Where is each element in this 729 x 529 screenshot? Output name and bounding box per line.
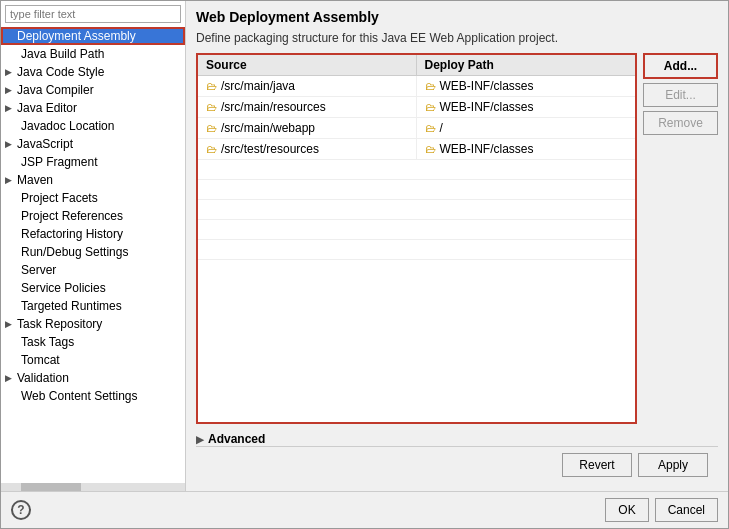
folder-icon: 🗁	[206, 101, 217, 113]
source-cell: 🗁 /src/main/webapp	[198, 118, 417, 138]
sidebar-item-jsp-fragment[interactable]: JSP Fragment	[1, 153, 185, 171]
sidebar-item-project-facets[interactable]: Project Facets	[1, 189, 185, 207]
sidebar-item-tomcat[interactable]: Tomcat	[1, 351, 185, 369]
sidebar-item-label: Targeted Runtimes	[21, 299, 122, 313]
sidebar-item-label: Service Policies	[21, 281, 106, 295]
sidebar-item-label: Validation	[17, 371, 69, 385]
folder-icon: 🗁	[206, 122, 217, 134]
expand-icon: ▶	[5, 175, 15, 185]
table-body: 🗁 /src/main/java 🗁 WEB-INF/classes 🗁	[198, 76, 635, 422]
sidebar-item-label: Deployment Assembly	[17, 29, 136, 43]
source-column-header: Source	[198, 55, 417, 75]
right-buttons: Add... Edit... Remove	[643, 53, 718, 424]
sidebar-item-label: JavaScript	[17, 137, 73, 151]
sidebar-item-label: Java Compiler	[17, 83, 94, 97]
deploy-path-value: WEB-INF/classes	[440, 100, 534, 114]
deploy-path-cell: 🗁 WEB-INF/classes	[417, 97, 636, 117]
expand-icon: ▶	[5, 67, 15, 77]
ok-button[interactable]: OK	[605, 498, 648, 522]
folder-icon: 🗁	[425, 80, 436, 92]
revert-button[interactable]: Revert	[562, 453, 632, 477]
footer: ? OK Cancel	[1, 491, 728, 528]
deploy-path-value: /	[440, 121, 443, 135]
apply-button[interactable]: Apply	[638, 453, 708, 477]
sidebar-item-label: Server	[21, 263, 56, 277]
deployment-table: Source Deploy Path 🗁 /src/main/java 🗁 WE…	[196, 53, 637, 424]
sidebar-item-label: Web Content Settings	[21, 389, 138, 403]
sidebar-item-project-references[interactable]: Project References	[1, 207, 185, 225]
sidebar-item-label: Maven	[17, 173, 53, 187]
sidebar-item-java-compiler[interactable]: ▶ Java Compiler	[1, 81, 185, 99]
source-cell: 🗁 /src/test/resources	[198, 139, 417, 159]
sidebar-item-label: Java Build Path	[21, 47, 104, 61]
deploy-path-value: WEB-INF/classes	[440, 79, 534, 93]
table-row-empty	[198, 180, 635, 200]
sidebar-item-label: Task Repository	[17, 317, 102, 331]
source-value: /src/main/resources	[221, 100, 326, 114]
help-button[interactable]: ?	[11, 500, 31, 520]
expand-icon: ▶	[5, 103, 15, 113]
advanced-expand-icon: ▶	[196, 434, 204, 445]
sidebar-item-javadoc-location[interactable]: Javadoc Location	[1, 117, 185, 135]
tree-list: Deployment Assembly Java Build Path ▶ Ja…	[1, 27, 185, 483]
folder-icon: 🗁	[206, 143, 217, 155]
sidebar-item-refactoring-history[interactable]: Refactoring History	[1, 225, 185, 243]
expand-icon: ▶	[5, 319, 15, 329]
table-row[interactable]: 🗁 /src/main/webapp 🗁 /	[198, 118, 635, 139]
sidebar-item-run-debug-settings[interactable]: Run/Debug Settings	[1, 243, 185, 261]
sidebar-item-label: Tomcat	[21, 353, 60, 367]
table-row[interactable]: 🗁 /src/main/resources 🗁 WEB-INF/classes	[198, 97, 635, 118]
sidebar-item-validation[interactable]: ▶ Validation	[1, 369, 185, 387]
source-cell: 🗁 /src/main/java	[198, 76, 417, 96]
sidebar-item-java-build-path[interactable]: Java Build Path	[1, 45, 185, 63]
sidebar-item-server[interactable]: Server	[1, 261, 185, 279]
table-row-empty	[198, 160, 635, 180]
scrollbar[interactable]	[1, 483, 185, 491]
folder-icon: 🗁	[425, 143, 436, 155]
expand-icon: ▶	[5, 139, 15, 149]
dialog: Deployment Assembly Java Build Path ▶ Ja…	[0, 0, 729, 529]
folder-icon: 🗁	[425, 122, 436, 134]
expand-icon: ▶	[5, 373, 15, 383]
expand-icon: ▶	[5, 85, 15, 95]
sidebar-item-service-policies[interactable]: Service Policies	[1, 279, 185, 297]
sidebar-item-label: Project Facets	[21, 191, 98, 205]
sidebar-item-task-repository[interactable]: ▶ Task Repository	[1, 315, 185, 333]
sidebar-item-maven[interactable]: ▶ Maven	[1, 171, 185, 189]
sidebar-item-javascript[interactable]: ▶ JavaScript	[1, 135, 185, 153]
cancel-button[interactable]: Cancel	[655, 498, 718, 522]
table-row-empty	[198, 240, 635, 260]
page-description: Define packaging structure for this Java…	[196, 31, 718, 45]
filter-input[interactable]	[5, 5, 181, 23]
sidebar-item-label: JSP Fragment	[21, 155, 97, 169]
folder-icon: 🗁	[206, 80, 217, 92]
folder-icon: 🗁	[425, 101, 436, 113]
sidebar-item-java-editor[interactable]: ▶ Java Editor	[1, 99, 185, 117]
source-cell: 🗁 /src/main/resources	[198, 97, 417, 117]
sidebar-item-web-content-settings[interactable]: Web Content Settings	[1, 387, 185, 405]
table-header: Source Deploy Path	[198, 55, 635, 76]
source-value: /src/test/resources	[221, 142, 319, 156]
sidebar-item-label: Task Tags	[21, 335, 74, 349]
advanced-section[interactable]: ▶ Advanced	[196, 432, 718, 446]
sidebar-item-label: Javadoc Location	[21, 119, 114, 133]
sidebar-item-task-tags[interactable]: Task Tags	[1, 333, 185, 351]
sidebar-item-label: Refactoring History	[21, 227, 123, 241]
deploy-path-cell: 🗁 WEB-INF/classes	[417, 76, 636, 96]
page-title: Web Deployment Assembly	[196, 9, 718, 25]
deploy-path-value: WEB-INF/classes	[440, 142, 534, 156]
scroll-thumb	[21, 483, 81, 491]
sidebar-item-label: Java Code Style	[17, 65, 104, 79]
remove-button[interactable]: Remove	[643, 111, 718, 135]
table-row[interactable]: 🗁 /src/test/resources 🗁 WEB-INF/classes	[198, 139, 635, 160]
content-area: Source Deploy Path 🗁 /src/main/java 🗁 WE…	[196, 53, 718, 424]
source-value: /src/main/webapp	[221, 121, 315, 135]
edit-button[interactable]: Edit...	[643, 83, 718, 107]
table-row[interactable]: 🗁 /src/main/java 🗁 WEB-INF/classes	[198, 76, 635, 97]
sidebar-item-java-code-style[interactable]: ▶ Java Code Style	[1, 63, 185, 81]
sidebar-item-targeted-runtimes[interactable]: Targeted Runtimes	[1, 297, 185, 315]
sidebar-item-deployment-assembly[interactable]: Deployment Assembly	[1, 27, 185, 45]
add-button[interactable]: Add...	[643, 53, 718, 79]
source-value: /src/main/java	[221, 79, 295, 93]
sidebar-item-label: Java Editor	[17, 101, 77, 115]
